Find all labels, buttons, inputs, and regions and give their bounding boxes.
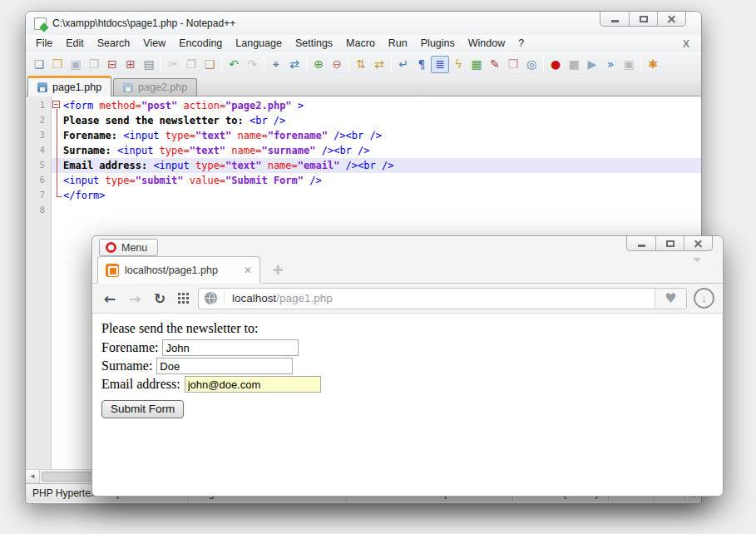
opera-tab-localhost[interactable]: localhost/page1.php ✕ bbox=[97, 256, 260, 284]
fold-margin[interactable] bbox=[52, 98, 63, 113]
opera-minimize-button[interactable] bbox=[627, 236, 655, 250]
macro-save-icon[interactable]: ▣ bbox=[620, 56, 638, 73]
code-text: Forename: <input type="text" name="foren… bbox=[63, 128, 382, 143]
code-line-7[interactable]: 7</form> bbox=[26, 188, 701, 203]
sync-horizontal-icon[interactable]: ⇄ bbox=[370, 56, 388, 73]
project-panel-icon[interactable]: ❒ bbox=[504, 56, 522, 73]
redo-icon[interactable]: ↷ bbox=[243, 56, 261, 73]
macro-run-multiple-icon[interactable]: » bbox=[601, 56, 620, 73]
code-line-1[interactable]: 1<form method="post" action="page2.php" … bbox=[26, 98, 701, 113]
menu-settings[interactable]: Settings bbox=[289, 36, 339, 52]
new-tab-button[interactable]: ✚ bbox=[270, 263, 285, 278]
function-list-icon[interactable]: ϟ bbox=[449, 56, 467, 73]
close-all-icon[interactable]: ⊞ bbox=[121, 56, 140, 73]
maximize-button[interactable] bbox=[629, 12, 657, 26]
sync-vertical-icon[interactable]: ⇅ bbox=[352, 56, 370, 73]
open-file-icon[interactable]: ❒ bbox=[48, 56, 67, 73]
document-peek-icon[interactable]: ◎ bbox=[522, 56, 541, 73]
tab-close-icon[interactable]: ✕ bbox=[244, 265, 252, 276]
toolbar-separator bbox=[391, 57, 392, 72]
menu-search[interactable]: Search bbox=[91, 36, 137, 52]
address-host: localhost bbox=[232, 292, 276, 304]
macro-record-icon[interactable]: ● bbox=[546, 56, 565, 73]
opera-page-content: Please send the newsletter to: Forename:… bbox=[93, 314, 722, 495]
document-map-icon[interactable]: ▦ bbox=[467, 56, 486, 73]
indent-guide-icon[interactable]: ≣ bbox=[431, 56, 449, 73]
opera-menu-button[interactable]: Menu bbox=[99, 239, 158, 256]
reload-button[interactable]: ↻ bbox=[151, 290, 169, 307]
bookmark-heart-button[interactable]: ♥ bbox=[655, 288, 686, 309]
forward-button[interactable]: → bbox=[126, 290, 144, 307]
menu-window[interactable]: Window bbox=[462, 36, 511, 52]
submit-form-button[interactable]: Submit Form bbox=[101, 400, 184, 418]
scroll-left-arrow-icon[interactable]: ◄ bbox=[26, 470, 40, 483]
code-line-3[interactable]: 3Forename: <input type="text" name="fore… bbox=[26, 128, 701, 143]
code-text: Surname: <input type="text" name="surnam… bbox=[63, 143, 370, 158]
surname-input[interactable] bbox=[156, 358, 293, 374]
forename-input[interactable] bbox=[162, 339, 299, 356]
npp-menubar: FileEditSearchViewEncodingLanguageSettin… bbox=[26, 35, 701, 52]
xampp-favicon bbox=[106, 264, 119, 277]
find-icon[interactable]: ⌖ bbox=[267, 56, 285, 73]
code-line-6[interactable]: 6<input type="submit" value="Submit Form… bbox=[26, 173, 701, 188]
menu-edit[interactable]: Edit bbox=[59, 36, 91, 52]
menubar-close-document-button[interactable]: X bbox=[683, 38, 701, 50]
line-number: 7 bbox=[26, 188, 52, 203]
copy-icon[interactable]: ❐ bbox=[182, 56, 200, 73]
print-icon[interactable]: ▤ bbox=[140, 56, 158, 73]
close-button[interactable] bbox=[657, 12, 685, 26]
cut-icon[interactable]: ✂ bbox=[164, 56, 182, 73]
line-number: 5 bbox=[26, 158, 52, 173]
npp-titlebar[interactable]: C:\xampp\htdocs\page1.php - Notepad++ bbox=[26, 12, 701, 35]
save-icon[interactable]: ▣ bbox=[67, 56, 85, 73]
notepadpp-app-icon bbox=[34, 17, 47, 30]
menu-macro[interactable]: Macro bbox=[339, 36, 382, 52]
back-button[interactable]: ← bbox=[101, 290, 119, 307]
menu-plugins[interactable]: Plugins bbox=[414, 36, 462, 52]
menu-run[interactable]: Run bbox=[382, 36, 414, 52]
doc-tab-label: page1.php bbox=[52, 82, 101, 93]
tab-menu-button[interactable] bbox=[693, 262, 709, 280]
plugins-link-icon[interactable]: ✱ bbox=[644, 56, 662, 73]
menu-file[interactable]: File bbox=[29, 36, 59, 52]
fold-margin bbox=[52, 173, 63, 188]
code-text: <form method="post" action="page2.php" > bbox=[63, 98, 304, 113]
new-file-icon[interactable]: ❏ bbox=[30, 56, 48, 73]
fold-margin bbox=[52, 203, 63, 218]
macro-stop-icon[interactable]: ■ bbox=[565, 56, 583, 73]
doc-tab-page1.php[interactable]: page1.php bbox=[27, 76, 111, 96]
opera-header[interactable]: Menu bbox=[92, 236, 723, 256]
menu-view[interactable]: View bbox=[136, 36, 172, 52]
menu-help[interactable]: ? bbox=[511, 36, 531, 52]
minimize-icon bbox=[611, 20, 619, 22]
menu-language[interactable]: Language bbox=[229, 36, 289, 52]
globe-icon bbox=[205, 292, 217, 304]
doc-tab-page2.php[interactable]: page2.php bbox=[113, 78, 197, 96]
chevron-down-icon bbox=[693, 258, 701, 276]
address-bar[interactable]: localhost/page1.php ♥ bbox=[198, 288, 687, 309]
speed-dial-icon[interactable] bbox=[178, 293, 189, 304]
menu-encoding[interactable]: Encoding bbox=[172, 36, 229, 52]
show-all-characters-icon[interactable]: ¶ bbox=[413, 56, 431, 73]
macro-play-icon[interactable]: ▶ bbox=[583, 56, 601, 73]
code-line-2[interactable]: 2Please send the newsletter to: <br /> bbox=[26, 113, 701, 128]
save-all-icon[interactable]: ❒ bbox=[85, 56, 103, 73]
code-line-8[interactable]: 8 bbox=[26, 203, 701, 218]
code-line-5[interactable]: 5Email address: <input type="text" name=… bbox=[26, 158, 701, 173]
close-file-icon[interactable]: ⊟ bbox=[103, 56, 121, 73]
download-button[interactable]: ↓ bbox=[694, 288, 714, 309]
fold-margin bbox=[52, 158, 63, 173]
code-line-4[interactable]: 4Surname: <input type="text" name="surna… bbox=[26, 143, 701, 158]
replace-icon[interactable]: ⇄ bbox=[285, 56, 304, 73]
opera-maximize-button[interactable] bbox=[655, 236, 684, 250]
doc-switcher-icon[interactable]: ✎ bbox=[486, 56, 504, 73]
zoom-in-icon[interactable]: ⊕ bbox=[309, 56, 328, 73]
paste-icon[interactable]: ❑ bbox=[200, 56, 219, 73]
opera-close-button[interactable] bbox=[684, 236, 712, 250]
minimize-button[interactable] bbox=[600, 12, 629, 26]
zoom-out-icon[interactable]: ⊖ bbox=[328, 56, 346, 73]
undo-icon[interactable]: ↶ bbox=[225, 56, 243, 73]
word-wrap-icon[interactable]: ↵ bbox=[394, 56, 413, 73]
code-text: Email address: <input type="text" name="… bbox=[63, 158, 393, 173]
email-input[interactable] bbox=[185, 376, 321, 393]
